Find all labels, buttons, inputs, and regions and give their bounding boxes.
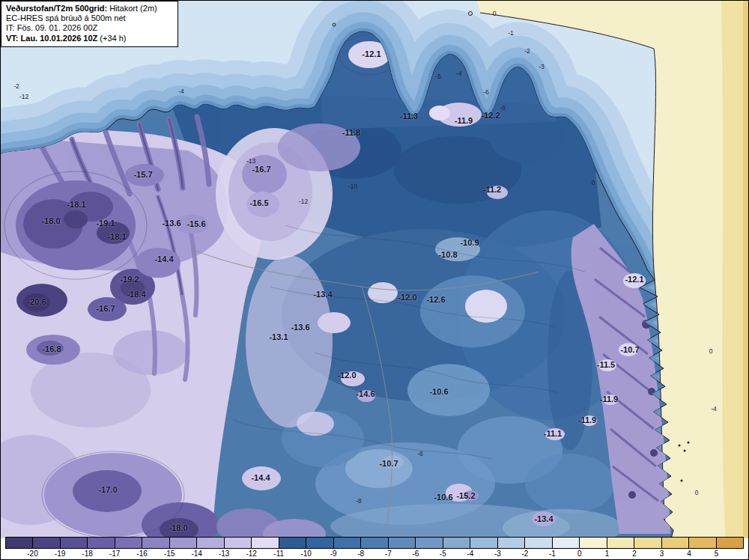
colorbar-tick-label: -12: [246, 550, 256, 558]
colorbar-tick-label: -10: [300, 550, 311, 558]
colorbar-segment: [224, 538, 251, 548]
map-canvas: [1, 1, 749, 538]
colorbar-tick-label: 4: [687, 550, 691, 558]
header-line-3: IT: Fös. 09. 01. 2026 00Z: [6, 23, 173, 33]
colorbar-tick-label: -15: [164, 550, 175, 558]
header-line-4: VT: Lau. 10.01.2026 10Z (+34 h): [6, 34, 173, 43]
colorbar-tick-label: -1: [549, 550, 556, 558]
colorbar-segment: [661, 538, 688, 548]
colorbar-segment: [360, 538, 387, 548]
colorbar-tick-label: -17: [109, 550, 120, 558]
map-type-label: Hitakort (2m): [107, 4, 157, 13]
header-line-1: Veðurstofan/T2m 500grid: Hitakort (2m): [6, 4, 173, 13]
valid-time-label: VT: Lau. 10.01.2026 10Z: [6, 34, 97, 43]
colorbar-segment: [60, 538, 87, 548]
colorbar-segments: [5, 537, 744, 549]
colorbar-segment: [443, 538, 470, 548]
colorbar-tick-label: 1: [605, 550, 610, 558]
colorbar-segment: [306, 538, 333, 548]
colorbar-segment: [634, 538, 661, 548]
colorbar-segment: [169, 538, 196, 548]
colorbar-segment: [32, 538, 59, 548]
forecast-header: Veðurstofan/T2m 500grid: Hitakort (2m) E…: [1, 1, 178, 47]
colorbar-tick-label: -13: [219, 550, 229, 558]
colorbar-tick-label: -11: [273, 550, 284, 558]
model-title: Veðurstofan/T2m 500grid:: [6, 4, 107, 13]
colorbar-segment: [552, 538, 579, 548]
colorbar: -20-19-18-17-16-15-14-13-12-11-10-9-8-7-…: [5, 537, 744, 559]
colorbar-tick-label: -5: [440, 550, 446, 558]
colorbar-tick-label: -8: [357, 550, 364, 558]
weather-map-screen: 0-1-2-3-4-5-6-8-2-4-12-13-12-1000-40-6-8…: [0, 0, 749, 560]
colorbar-tick-label: -9: [330, 550, 337, 558]
colorbar-segment: [579, 538, 606, 548]
colorbar-tick-label: -20: [27, 550, 37, 558]
colorbar-segment: [388, 538, 415, 548]
colorbar-segment: [115, 538, 142, 548]
colorbar-tick-label: 2: [632, 550, 637, 558]
colorbar-ticks: -20-19-18-17-16-15-14-13-12-11-10-9-8-7-…: [5, 550, 744, 559]
colorbar-segment: [497, 538, 524, 548]
colorbar-tick-label: -4: [467, 550, 473, 558]
colorbar-tick-label: -3: [494, 550, 501, 558]
colorbar-tick-label: -14: [191, 550, 201, 558]
colorbar-segment: [688, 538, 715, 548]
colorbar-segment: [142, 538, 169, 548]
colorbar-segment: [470, 538, 497, 548]
header-line-2: EC-HRES spá brúuð á 500m net: [6, 13, 173, 23]
colorbar-segment: [87, 538, 114, 548]
colorbar-tick-label: 0: [577, 550, 582, 558]
colorbar-tick-label: -19: [55, 550, 65, 558]
lead-time-label: (+34 h): [97, 34, 126, 43]
colorbar-segment: [251, 538, 278, 548]
colorbar-tick-label: -7: [385, 550, 392, 558]
colorbar-segment: [524, 538, 551, 548]
colorbar-segment: [279, 538, 306, 548]
colorbar-segment: [607, 538, 634, 548]
colorbar-tick-label: -16: [136, 550, 147, 558]
colorbar-segment: [716, 538, 743, 548]
colorbar-segment: [196, 538, 223, 548]
colorbar-segment: [6, 538, 32, 548]
colorbar-tick-label: -18: [82, 550, 92, 558]
colorbar-segment: [333, 538, 360, 548]
colorbar-segment: [415, 538, 442, 548]
colorbar-tick-label: 5: [715, 550, 719, 558]
colorbar-tick-label: 3: [660, 550, 664, 558]
colorbar-tick-label: -6: [412, 550, 419, 558]
colorbar-tick-label: -2: [521, 550, 528, 558]
